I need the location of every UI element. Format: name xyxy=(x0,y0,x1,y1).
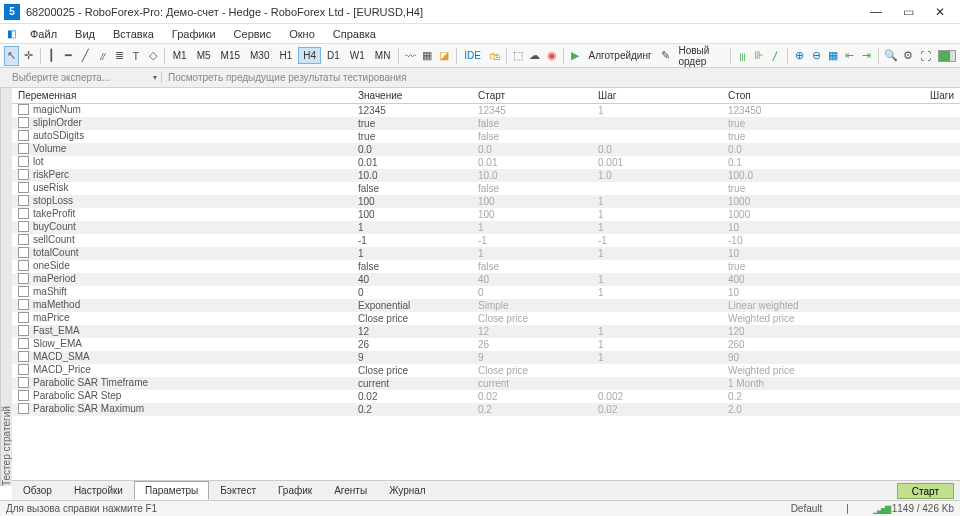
chart-restore-icon[interactable]: ◧ xyxy=(4,27,18,41)
param-stop[interactable]: 10 xyxy=(722,221,910,234)
new-order-label[interactable]: Новый ордер xyxy=(674,45,726,67)
param-stop[interactable]: true xyxy=(722,130,910,143)
param-stop[interactable]: 10 xyxy=(722,286,910,299)
param-stop[interactable]: 123450 xyxy=(722,104,910,117)
param-value[interactable]: 100 xyxy=(352,208,472,221)
table-row[interactable]: sellCount-1-1-1-10 xyxy=(12,234,960,247)
trendline-icon[interactable]: ╱ xyxy=(78,46,93,66)
param-step[interactable]: 1 xyxy=(592,338,722,351)
param-start[interactable]: current xyxy=(472,377,592,390)
equidistant-icon[interactable]: ⫽ xyxy=(95,46,110,66)
tab-бэктест[interactable]: Бэктест xyxy=(209,481,267,500)
table-row[interactable]: stopLoss10010011000 xyxy=(12,195,960,208)
tab-настройки[interactable]: Настройки xyxy=(63,481,134,500)
menu-view[interactable]: Вид xyxy=(67,26,103,42)
param-value[interactable]: 26 xyxy=(352,338,472,351)
table-row[interactable]: magicNum12345123451123450 xyxy=(12,104,960,117)
param-stop[interactable]: 10 xyxy=(722,247,910,260)
param-start[interactable]: false xyxy=(472,117,592,130)
param-value[interactable]: false xyxy=(352,182,472,195)
param-value[interactable]: false xyxy=(352,260,472,273)
checkbox[interactable] xyxy=(18,312,29,323)
algo-label[interactable]: Алготрейдинг xyxy=(584,50,655,61)
tf-w1[interactable]: W1 xyxy=(346,48,369,63)
param-stop[interactable]: 260 xyxy=(722,338,910,351)
param-step[interactable] xyxy=(592,312,722,325)
param-value[interactable]: 0.0 xyxy=(352,143,472,156)
checkbox[interactable] xyxy=(18,390,29,401)
param-stop[interactable]: true xyxy=(722,117,910,130)
chart-line-icon[interactable]: 〰 xyxy=(403,46,418,66)
menu-file[interactable]: Файл xyxy=(22,26,65,42)
param-stop[interactable]: Linear weighted xyxy=(722,299,910,312)
param-step[interactable] xyxy=(592,377,722,390)
param-start[interactable]: 0.02 xyxy=(472,390,592,403)
status-profile[interactable]: Default xyxy=(791,503,823,514)
checkbox[interactable] xyxy=(18,351,29,362)
table-row[interactable]: riskPerc10.010.01.0100.0 xyxy=(12,169,960,182)
param-step[interactable]: 1 xyxy=(592,325,722,338)
checkbox[interactable] xyxy=(18,325,29,336)
param-start[interactable]: 40 xyxy=(472,273,592,286)
zoom-out-icon[interactable]: ⊖ xyxy=(809,46,824,66)
tf-m30[interactable]: M30 xyxy=(246,48,273,63)
checkbox[interactable] xyxy=(18,273,29,284)
objects-icon[interactable]: ◇ xyxy=(145,46,160,66)
param-step[interactable]: 0.001 xyxy=(592,156,722,169)
checkbox[interactable] xyxy=(18,338,29,349)
table-row[interactable]: totalCount11110 xyxy=(12,247,960,260)
param-start[interactable]: 1 xyxy=(472,221,592,234)
tf-h4[interactable]: H4 xyxy=(298,47,321,64)
param-value[interactable]: 100 xyxy=(352,195,472,208)
table-row[interactable]: Parabolic SAR Maximum0.20.20.022.0 xyxy=(12,403,960,416)
col-name[interactable]: Переменная xyxy=(12,88,352,104)
search-icon[interactable]: 🔍 xyxy=(883,46,899,66)
table-row[interactable]: useRiskfalsefalsetrue xyxy=(12,182,960,195)
table-row[interactable]: maMethodExponentialSimpleLinear weighted xyxy=(12,299,960,312)
param-start[interactable]: 0.0 xyxy=(472,143,592,156)
checkbox[interactable] xyxy=(18,208,29,219)
fibo-icon[interactable]: ≣ xyxy=(112,46,127,66)
checkbox[interactable] xyxy=(18,117,29,128)
checkbox[interactable] xyxy=(18,260,29,271)
param-start[interactable]: false xyxy=(472,260,592,273)
table-row[interactable]: buyCount11110 xyxy=(12,221,960,234)
vline-icon[interactable]: ┃ xyxy=(44,46,59,66)
expert-hint[interactable]: Посмотреть предыдущие результаты тестиро… xyxy=(162,72,407,83)
param-value[interactable]: -1 xyxy=(352,234,472,247)
param-value[interactable]: 1 xyxy=(352,247,472,260)
menu-service[interactable]: Сервис xyxy=(226,26,280,42)
candles-icon[interactable]: ⊪ xyxy=(752,46,767,66)
param-value[interactable]: Close price xyxy=(352,312,472,325)
tab-параметры[interactable]: Параметры xyxy=(134,481,209,500)
param-stop[interactable]: true xyxy=(722,260,910,273)
checkbox[interactable] xyxy=(18,130,29,141)
param-value[interactable]: 0.01 xyxy=(352,156,472,169)
param-step[interactable] xyxy=(592,117,722,130)
table-row[interactable]: Fast_EMA12121120 xyxy=(12,325,960,338)
algo-play-icon[interactable]: ▶ xyxy=(568,46,583,66)
vps-icon[interactable]: ⬚ xyxy=(511,46,526,66)
table-row[interactable]: slipInOrdertruefalsetrue xyxy=(12,117,960,130)
param-start[interactable]: Close price xyxy=(472,364,592,377)
param-start[interactable]: Close price xyxy=(472,312,592,325)
vertical-tab-tester[interactable]: Тестер стратегий xyxy=(0,88,12,486)
checkbox[interactable] xyxy=(18,169,29,180)
param-start[interactable]: 0.01 xyxy=(472,156,592,169)
param-value[interactable]: 1 xyxy=(352,221,472,234)
tf-h1[interactable]: H1 xyxy=(275,48,296,63)
param-value[interactable]: true xyxy=(352,117,472,130)
settings-icon[interactable]: ⚙ xyxy=(901,46,916,66)
param-step[interactable]: 1 xyxy=(592,208,722,221)
table-row[interactable]: Slow_EMA26261260 xyxy=(12,338,960,351)
param-value[interactable]: 10.0 xyxy=(352,169,472,182)
chart-templates-icon[interactable]: ▦ xyxy=(420,46,435,66)
col-step[interactable]: Шаг xyxy=(592,88,722,104)
param-step[interactable] xyxy=(592,299,722,312)
menu-window[interactable]: Окно xyxy=(281,26,323,42)
param-stop[interactable]: 100.0 xyxy=(722,169,910,182)
param-value[interactable]: 12345 xyxy=(352,104,472,117)
param-value[interactable]: 0.02 xyxy=(352,390,472,403)
param-start[interactable]: 10.0 xyxy=(472,169,592,182)
maximize-button[interactable]: ▭ xyxy=(892,2,924,22)
